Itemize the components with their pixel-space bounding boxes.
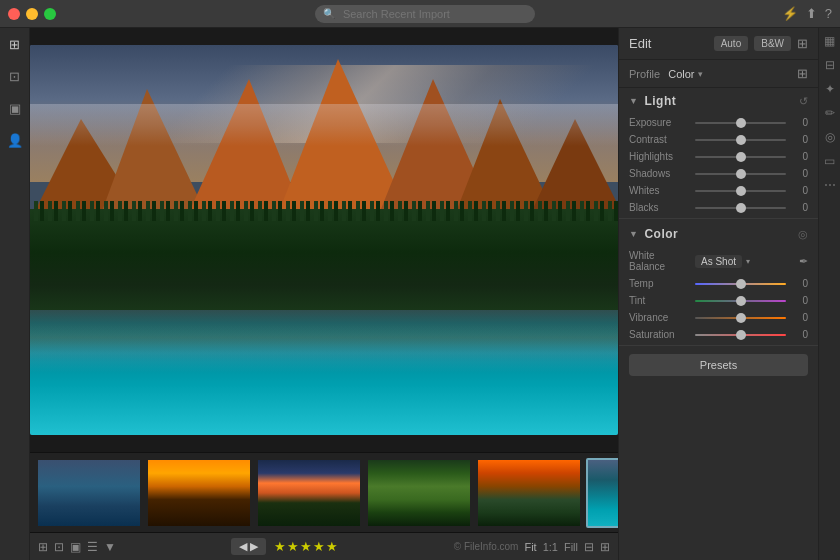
share-icon[interactable]: ⬆ <box>806 6 817 21</box>
section-color-label: Color <box>644 227 678 241</box>
thumbnail-5[interactable] <box>476 458 582 528</box>
exposure-track[interactable] <box>695 122 786 124</box>
brush-icon[interactable]: ✏ <box>825 106 835 120</box>
wb-dropdown-icon[interactable]: ▾ <box>746 257 750 266</box>
blacks-value: 0 <box>790 202 808 213</box>
sidebar-item-view[interactable]: ⊡ <box>5 66 25 86</box>
tint-thumb[interactable] <box>736 296 746 306</box>
minimize-button[interactable] <box>26 8 38 20</box>
grid-icon[interactable]: ⊞ <box>38 540 48 554</box>
main-image <box>30 45 618 435</box>
saturation-thumb[interactable] <box>736 330 746 340</box>
saturation-label: Saturation <box>629 329 691 340</box>
crop-icon[interactable]: ⊟ <box>825 58 835 72</box>
highlights-slider-row: Highlights 0 <box>619 148 818 165</box>
blacks-track[interactable] <box>695 207 786 209</box>
detail-icon[interactable]: ▣ <box>70 540 81 554</box>
sidebar-item-map[interactable]: ▣ <box>5 98 25 118</box>
contrast-track[interactable] <box>695 139 786 141</box>
sort-icon[interactable]: ▼ <box>104 540 116 554</box>
highlights-thumb[interactable] <box>736 152 746 162</box>
thumb-image-5 <box>478 460 580 526</box>
shadows-track[interactable] <box>695 173 786 175</box>
left-sidebar: ⊞ ⊡ ▣ 👤 <box>0 28 30 560</box>
sidebar-item-people[interactable]: 👤 <box>5 130 25 150</box>
saturation-track[interactable] <box>695 334 786 336</box>
whites-value: 0 <box>790 185 808 196</box>
center-area: ⊞ ⊡ ▣ ☰ ▼ ◀ ▶ ★★★★★ © FileInfo.com Fit 1… <box>30 28 618 560</box>
color-target-button[interactable]: ◎ <box>798 228 808 241</box>
copyright-text: © FileInfo.com <box>454 541 519 552</box>
prev-nav-button[interactable]: ◀ ▶ <box>231 538 266 555</box>
wb-label: White Balance <box>629 250 691 272</box>
main-layout: ⊞ ⊡ ▣ 👤 <box>0 28 840 560</box>
bottom-right: © FileInfo.com Fit 1:1 Fill ⊟ ⊞ <box>454 540 610 554</box>
profile-value: Color <box>668 68 694 80</box>
highlights-value: 0 <box>790 151 808 162</box>
saturation-slider-row: Saturation 0 <box>619 326 818 343</box>
bottom-left-icons: ⊞ ⊡ ▣ ☰ ▼ <box>38 540 116 554</box>
saturation-value: 0 <box>790 329 808 340</box>
adjustment-icon[interactable]: ⋯ <box>824 178 836 192</box>
fit-label[interactable]: Fit <box>524 541 536 553</box>
contrast-thumb[interactable] <box>736 135 746 145</box>
presets-button[interactable]: Presets <box>629 354 808 376</box>
wb-value[interactable]: As Shot <box>695 255 742 268</box>
section-header-light[interactable]: ▼ Light ↺ <box>619 88 818 114</box>
ratio-label: 1:1 <box>543 541 558 553</box>
temp-thumb[interactable] <box>736 279 746 289</box>
vibrance-label: Vibrance <box>629 312 691 323</box>
compare-icon[interactable]: ⊞ <box>600 540 610 554</box>
profile-row: Profile Color ▾ ⊞ <box>619 60 818 88</box>
exposure-thumb[interactable] <box>736 118 746 128</box>
filter-icon[interactable]: ⚡ <box>782 6 798 21</box>
whites-thumb[interactable] <box>736 186 746 196</box>
tint-track[interactable] <box>695 300 786 302</box>
auto-button[interactable]: Auto <box>714 36 749 51</box>
thumbnail-3[interactable] <box>256 458 362 528</box>
thumbnail-1[interactable] <box>36 458 142 528</box>
help-icon[interactable]: ? <box>825 6 832 21</box>
highlights-track[interactable] <box>695 156 786 158</box>
thumbs-icon[interactable]: ⊡ <box>54 540 64 554</box>
profile-grid-icon[interactable]: ⊞ <box>797 66 808 81</box>
section-header-color[interactable]: ▼ Color ◎ <box>619 221 818 247</box>
filter-radial-icon[interactable]: ◎ <box>825 130 835 144</box>
thumbnail-6[interactable] <box>586 458 618 528</box>
thumbnail-2[interactable] <box>146 458 252 528</box>
close-button[interactable] <box>8 8 20 20</box>
shadows-thumb[interactable] <box>736 169 746 179</box>
tint-label: Tint <box>629 295 691 306</box>
contrast-label: Contrast <box>629 134 691 145</box>
profile-dropdown-icon[interactable]: ▾ <box>698 69 703 79</box>
search-input[interactable] <box>315 5 535 23</box>
thumb-image-3 <box>258 460 360 526</box>
whites-track[interactable] <box>695 190 786 192</box>
blacks-thumb[interactable] <box>736 203 746 213</box>
temp-track[interactable] <box>695 283 786 285</box>
sidebar-item-grid[interactable]: ⊞ <box>5 34 25 54</box>
eyedropper-icon[interactable]: ✒ <box>799 255 808 268</box>
star-rating[interactable]: ★★★★★ <box>274 539 339 554</box>
light-reset-button[interactable]: ↺ <box>799 95 808 108</box>
image-viewer <box>30 28 618 452</box>
divider-2 <box>619 345 818 346</box>
vibrance-thumb[interactable] <box>736 313 746 323</box>
shadows-label: Shadows <box>629 168 691 179</box>
heal-icon[interactable]: ✦ <box>825 82 835 96</box>
list-icon[interactable]: ☰ <box>87 540 98 554</box>
fullscreen-button[interactable] <box>44 8 56 20</box>
histogram-icon[interactable]: ▦ <box>824 34 835 48</box>
bw-button[interactable]: B&W <box>754 36 791 51</box>
scene <box>30 45 618 435</box>
gradient-filter-icon[interactable]: ▭ <box>824 154 835 168</box>
titlebar: 🔍 ⚡ ⬆ ? <box>0 0 840 28</box>
section-light-actions: ↺ <box>799 95 808 108</box>
zoom-icon[interactable]: ⊟ <box>584 540 594 554</box>
panels-grid-button[interactable]: ⊞ <box>797 36 808 51</box>
vibrance-slider-row: Vibrance 0 <box>619 309 818 326</box>
thumbnail-4[interactable] <box>366 458 472 528</box>
section-light-label: Light <box>644 94 676 108</box>
fill-label[interactable]: Fill <box>564 541 578 553</box>
vibrance-track[interactable] <box>695 317 786 319</box>
